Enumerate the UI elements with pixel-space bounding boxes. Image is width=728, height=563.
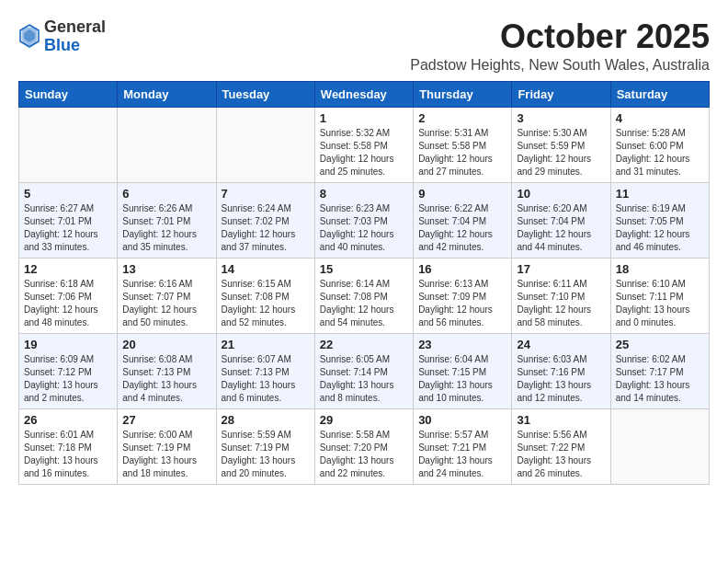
page-header: General Blue October 2025 Padstow Height…	[18, 18, 710, 74]
weekday-header-sunday: Sunday	[19, 81, 118, 107]
weekday-header-row: SundayMondayTuesdayWednesdayThursdayFrid…	[19, 81, 710, 107]
day-info: Sunrise: 5:56 AM Sunset: 7:22 PM Dayligh…	[517, 429, 605, 480]
calendar-week-row: 19Sunrise: 6:09 AM Sunset: 7:12 PM Dayli…	[19, 333, 710, 408]
day-info: Sunrise: 5:58 AM Sunset: 7:20 PM Dayligh…	[320, 429, 408, 480]
day-info: Sunrise: 6:07 AM Sunset: 7:13 PM Dayligh…	[222, 353, 310, 405]
day-number: 30	[418, 413, 506, 427]
day-number: 14	[222, 262, 310, 276]
day-number: 27	[122, 413, 210, 427]
day-info: Sunrise: 5:28 AM Sunset: 6:00 PM Dayligh…	[616, 127, 704, 178]
day-number: 31	[517, 413, 605, 427]
calendar-cell: 12Sunrise: 6:18 AM Sunset: 7:06 PM Dayli…	[19, 258, 118, 333]
calendar-cell: 21Sunrise: 6:07 AM Sunset: 7:13 PM Dayli…	[216, 333, 314, 408]
day-number: 3	[517, 111, 605, 125]
day-info: Sunrise: 6:05 AM Sunset: 7:14 PM Dayligh…	[320, 353, 408, 405]
calendar-cell: 28Sunrise: 5:59 AM Sunset: 7:19 PM Dayli…	[216, 408, 314, 484]
day-number: 2	[418, 111, 506, 125]
day-number: 6	[122, 187, 210, 201]
day-number: 15	[320, 262, 408, 276]
calendar-table: SundayMondayTuesdayWednesdayThursdayFrid…	[18, 81, 710, 485]
calendar-week-row: 5Sunrise: 6:27 AM Sunset: 7:01 PM Daylig…	[19, 182, 710, 258]
calendar-cell: 2Sunrise: 5:31 AM Sunset: 5:58 PM Daylig…	[414, 107, 512, 182]
day-number: 21	[222, 338, 310, 351]
day-number: 11	[616, 187, 704, 201]
calendar-cell: 27Sunrise: 6:00 AM Sunset: 7:19 PM Dayli…	[118, 408, 216, 484]
day-info: Sunrise: 5:30 AM Sunset: 5:59 PM Dayligh…	[517, 127, 605, 178]
day-number: 1	[320, 111, 408, 125]
day-info: Sunrise: 6:11 AM Sunset: 7:10 PM Dayligh…	[517, 278, 605, 329]
day-info: Sunrise: 6:10 AM Sunset: 7:11 PM Dayligh…	[616, 278, 704, 329]
title-area: October 2025 Padstow Heights, New South …	[410, 18, 710, 74]
day-number: 19	[24, 338, 112, 351]
location-title: Padstow Heights, New South Wales, Austra…	[410, 57, 710, 74]
calendar-cell	[118, 107, 216, 182]
day-info: Sunrise: 6:22 AM Sunset: 7:04 PM Dayligh…	[418, 202, 506, 254]
day-info: Sunrise: 5:59 AM Sunset: 7:19 PM Dayligh…	[222, 429, 310, 480]
day-number: 25	[616, 338, 704, 351]
day-info: Sunrise: 6:03 AM Sunset: 7:16 PM Dayligh…	[517, 353, 605, 405]
calendar-cell: 24Sunrise: 6:03 AM Sunset: 7:16 PM Dayli…	[512, 333, 610, 408]
calendar-cell: 22Sunrise: 6:05 AM Sunset: 7:14 PM Dayli…	[314, 333, 413, 408]
day-info: Sunrise: 6:16 AM Sunset: 7:07 PM Dayligh…	[122, 278, 210, 329]
day-info: Sunrise: 6:00 AM Sunset: 7:19 PM Dayligh…	[122, 429, 210, 480]
weekday-header-friday: Friday	[512, 81, 610, 107]
calendar-cell	[216, 107, 314, 182]
day-info: Sunrise: 6:13 AM Sunset: 7:09 PM Dayligh…	[418, 278, 506, 329]
day-number: 20	[122, 338, 210, 351]
month-title: October 2025	[410, 18, 710, 55]
day-info: Sunrise: 6:24 AM Sunset: 7:02 PM Dayligh…	[222, 202, 310, 254]
weekday-header-saturday: Saturday	[610, 81, 709, 107]
day-info: Sunrise: 6:01 AM Sunset: 7:18 PM Dayligh…	[24, 429, 112, 480]
calendar-cell: 10Sunrise: 6:20 AM Sunset: 7:04 PM Dayli…	[512, 182, 610, 258]
day-info: Sunrise: 6:08 AM Sunset: 7:13 PM Dayligh…	[122, 353, 210, 405]
calendar-cell: 4Sunrise: 5:28 AM Sunset: 6:00 PM Daylig…	[610, 107, 709, 182]
day-info: Sunrise: 6:19 AM Sunset: 7:05 PM Dayligh…	[616, 202, 704, 254]
day-info: Sunrise: 6:18 AM Sunset: 7:06 PM Dayligh…	[24, 278, 112, 329]
calendar-cell: 30Sunrise: 5:57 AM Sunset: 7:21 PM Dayli…	[414, 408, 512, 484]
calendar-cell: 23Sunrise: 6:04 AM Sunset: 7:15 PM Dayli…	[414, 333, 512, 408]
day-number: 7	[222, 187, 310, 201]
day-number: 18	[616, 262, 704, 276]
calendar-week-row: 12Sunrise: 6:18 AM Sunset: 7:06 PM Dayli…	[19, 258, 710, 333]
day-number: 5	[24, 187, 112, 201]
day-info: Sunrise: 6:23 AM Sunset: 7:03 PM Dayligh…	[320, 202, 408, 254]
day-info: Sunrise: 6:27 AM Sunset: 7:01 PM Dayligh…	[24, 202, 112, 254]
weekday-header-thursday: Thursday	[414, 81, 512, 107]
calendar-cell: 15Sunrise: 6:14 AM Sunset: 7:08 PM Dayli…	[314, 258, 413, 333]
calendar-cell: 9Sunrise: 6:22 AM Sunset: 7:04 PM Daylig…	[414, 182, 512, 258]
day-info: Sunrise: 6:14 AM Sunset: 7:08 PM Dayligh…	[320, 278, 408, 329]
calendar-cell: 17Sunrise: 6:11 AM Sunset: 7:10 PM Dayli…	[512, 258, 610, 333]
day-info: Sunrise: 6:15 AM Sunset: 7:08 PM Dayligh…	[222, 278, 310, 329]
day-info: Sunrise: 6:04 AM Sunset: 7:15 PM Dayligh…	[418, 353, 506, 405]
day-number: 26	[24, 413, 112, 427]
day-number: 23	[418, 338, 506, 351]
calendar-cell: 25Sunrise: 6:02 AM Sunset: 7:17 PM Dayli…	[610, 333, 709, 408]
calendar-cell: 6Sunrise: 6:26 AM Sunset: 7:01 PM Daylig…	[118, 182, 216, 258]
day-info: Sunrise: 6:26 AM Sunset: 7:01 PM Dayligh…	[122, 202, 210, 254]
day-number: 29	[320, 413, 408, 427]
calendar-cell: 7Sunrise: 6:24 AM Sunset: 7:02 PM Daylig…	[216, 182, 314, 258]
logo-icon	[18, 24, 40, 50]
calendar-cell: 5Sunrise: 6:27 AM Sunset: 7:01 PM Daylig…	[19, 182, 118, 258]
day-info: Sunrise: 5:57 AM Sunset: 7:21 PM Dayligh…	[418, 429, 506, 480]
day-number: 13	[122, 262, 210, 276]
calendar-cell: 29Sunrise: 5:58 AM Sunset: 7:20 PM Dayli…	[314, 408, 413, 484]
calendar-cell: 31Sunrise: 5:56 AM Sunset: 7:22 PM Dayli…	[512, 408, 610, 484]
calendar-cell: 3Sunrise: 5:30 AM Sunset: 5:59 PM Daylig…	[512, 107, 610, 182]
day-number: 22	[320, 338, 408, 351]
calendar-cell	[610, 408, 709, 484]
day-number: 8	[320, 187, 408, 201]
logo-blue-text: Blue	[44, 36, 80, 54]
calendar-week-row: 1Sunrise: 5:32 AM Sunset: 5:58 PM Daylig…	[19, 107, 710, 182]
calendar-cell: 16Sunrise: 6:13 AM Sunset: 7:09 PM Dayli…	[414, 258, 512, 333]
calendar-cell	[19, 107, 118, 182]
calendar-cell: 18Sunrise: 6:10 AM Sunset: 7:11 PM Dayli…	[610, 258, 709, 333]
weekday-header-wednesday: Wednesday	[314, 81, 413, 107]
calendar-cell: 26Sunrise: 6:01 AM Sunset: 7:18 PM Dayli…	[19, 408, 118, 484]
day-number: 17	[517, 262, 605, 276]
calendar-cell: 19Sunrise: 6:09 AM Sunset: 7:12 PM Dayli…	[19, 333, 118, 408]
day-number: 12	[24, 262, 112, 276]
calendar-cell: 13Sunrise: 6:16 AM Sunset: 7:07 PM Dayli…	[118, 258, 216, 333]
weekday-header-tuesday: Tuesday	[216, 81, 314, 107]
calendar-cell: 8Sunrise: 6:23 AM Sunset: 7:03 PM Daylig…	[314, 182, 413, 258]
